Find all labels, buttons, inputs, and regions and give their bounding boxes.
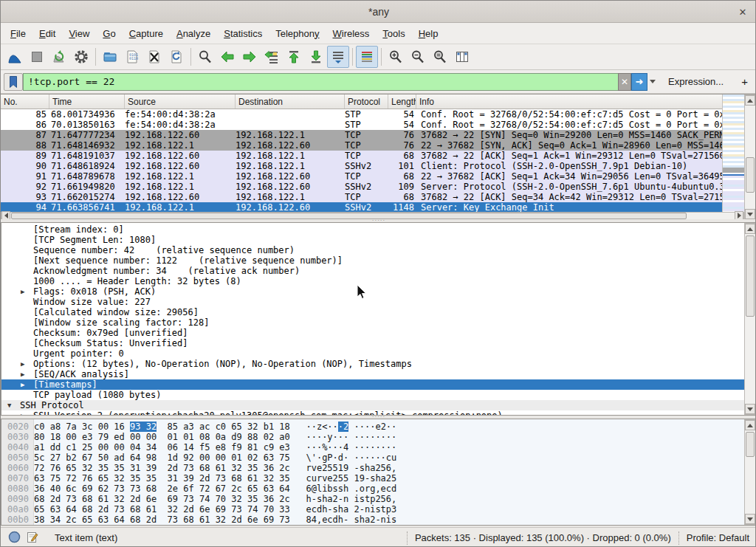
- menu-statistics[interactable]: Statistics: [217, 24, 269, 43]
- detail-line[interactable]: ▼SSH Protocol: [1, 400, 745, 410]
- zoom-in-button[interactable]: [385, 46, 407, 68]
- go-first-button[interactable]: [283, 46, 305, 68]
- expander-closed-icon[interactable]: ▶: [21, 369, 24, 379]
- capture-comment-button[interactable]: [27, 531, 38, 546]
- filter-apply-button[interactable]: ➜: [631, 73, 647, 91]
- hex-row[interactable]: 0020c0 a8 7a 3c 00 16 93 32 85 a3 ac c0 …: [1, 422, 745, 432]
- filter-history-dropdown[interactable]: [647, 73, 658, 91]
- profile-button[interactable]: Profile: Default: [687, 532, 749, 543]
- column-header-destination[interactable]: Destination: [236, 94, 345, 109]
- hex-row[interactable]: 00a065 63 64 68 2d 73 68 61 32 2d 6e 69 …: [1, 504, 745, 515]
- menu-analyze[interactable]: Analyze: [170, 24, 217, 43]
- detail-line[interactable]: [Window size scaling factor: 128]: [1, 317, 745, 328]
- column-header-source[interactable]: Source: [125, 94, 236, 109]
- expander-closed-icon[interactable]: ▶: [21, 379, 24, 390]
- add-filter-button[interactable]: +: [741, 75, 748, 88]
- packet-row[interactable]: 8771.647777234192.168.122.60192.168.122.…: [1, 130, 722, 140]
- scrollbar-thumb[interactable]: [746, 235, 755, 317]
- hex-row[interactable]: 009068 2d 73 68 61 32 2d 6e 69 73 74 70 …: [1, 494, 745, 504]
- expander-closed-icon[interactable]: ▶: [21, 410, 24, 416]
- menu-wireless[interactable]: Wireless: [326, 24, 377, 43]
- detail-line[interactable]: [Calculated window size: 29056]: [1, 307, 745, 317]
- close-icon[interactable]: ✕: [736, 5, 749, 18]
- menu-edit[interactable]: Edit: [32, 24, 62, 43]
- hex-row[interactable]: 003080 18 00 e3 79 ed 00 00 01 01 08 0a …: [1, 432, 745, 442]
- packet-row[interactable]: 9271.661949820192.168.122.1192.168.122.6…: [1, 182, 722, 192]
- reload-file-button[interactable]: [165, 46, 188, 68]
- close-file-button[interactable]: [143, 46, 165, 68]
- detail-line[interactable]: Checksum: 0x79ed [unverified]: [1, 328, 745, 338]
- go-to-packet-button[interactable]: [261, 46, 283, 68]
- detail-line[interactable]: Window size value: 227: [1, 297, 745, 307]
- scrollbar-thumb[interactable]: [746, 157, 755, 193]
- packet-row[interactable]: 9371.662015274192.168.122.60192.168.122.…: [1, 192, 722, 202]
- menu-tools[interactable]: Tools: [376, 24, 411, 43]
- display-filter-input[interactable]: !tcp.port == 22: [23, 73, 618, 91]
- colorize-toggle[interactable]: [356, 46, 378, 68]
- expander-closed-icon[interactable]: ▶: [21, 359, 24, 369]
- expander-closed-icon[interactable]: ▶: [21, 286, 24, 297]
- resize-columns-button[interactable]: [451, 46, 473, 68]
- go-back-button[interactable]: [216, 46, 238, 68]
- detail-line[interactable]: 1000 .... = Header Length: 32 bytes (8): [1, 276, 745, 286]
- save-file-button[interactable]: 01010110: [121, 46, 143, 68]
- column-header-protocol[interactable]: Protocol: [345, 94, 388, 109]
- auto-scroll-toggle[interactable]: [327, 46, 349, 68]
- find-packet-button[interactable]: [194, 46, 216, 68]
- detail-line[interactable]: ▶Options: (12 bytes), No-Operation (NOP)…: [1, 359, 745, 369]
- packet-row[interactable]: 8568.001734936fe:54:00:d4:38:2aSTP54Conf…: [1, 109, 722, 120]
- menu-go[interactable]: Go: [96, 24, 122, 43]
- restart-capture-button[interactable]: [48, 46, 70, 68]
- open-file-button[interactable]: [99, 46, 121, 68]
- hex-row[interactable]: 008036 40 6c 69 62 73 73 68 2e 6f 72 67 …: [1, 484, 745, 494]
- packet-row[interactable]: 9171.648789678192.168.122.1192.168.122.6…: [1, 171, 722, 182]
- packet-row[interactable]: 8971.648191037192.168.122.60192.168.122.…: [1, 151, 722, 161]
- menu-view[interactable]: View: [62, 24, 96, 43]
- scrollbar-thumb[interactable]: [11, 213, 687, 219]
- detail-line[interactable]: ▶Flags: 0x018 (PSH, ACK): [1, 286, 745, 297]
- scroll-down-button[interactable]: [745, 209, 755, 219]
- go-forward-button[interactable]: [238, 46, 261, 68]
- hex-row[interactable]: 007063 75 72 76 65 32 35 35 31 39 2d 73 …: [1, 473, 745, 484]
- detail-line[interactable]: Acknowledgment number: 34 (relative ack …: [1, 266, 745, 276]
- scroll-up-button[interactable]: [745, 95, 755, 106]
- hex-row[interactable]: 006072 76 65 32 35 35 31 39 2d 73 68 61 …: [1, 463, 745, 473]
- bytes-vscrollbar[interactable]: [744, 419, 756, 525]
- start-capture-button[interactable]: [4, 46, 26, 68]
- expander-open-icon[interactable]: ▼: [7, 400, 11, 410]
- detail-line[interactable]: [TCP Segment Len: 1080]: [1, 235, 745, 245]
- packet-row[interactable]: 8670.013850163fe:54:00:d4:38:2aSTP54Conf…: [1, 120, 722, 130]
- packet-minimap[interactable]: [722, 94, 744, 213]
- menu-telephony[interactable]: Telephony: [269, 24, 326, 43]
- column-header-info[interactable]: Info: [416, 94, 722, 109]
- zoom-100-button[interactable]: [429, 46, 451, 68]
- detail-line[interactable]: ▶[SEQ/ACK analysis]: [1, 369, 745, 379]
- packet-list-vscrollbar[interactable]: [744, 94, 756, 220]
- menu-help[interactable]: Help: [412, 24, 445, 43]
- scroll-up-button[interactable]: [745, 420, 755, 430]
- filter-clear-button[interactable]: ✕: [618, 73, 631, 91]
- detail-line[interactable]: Urgent pointer: 0: [1, 348, 745, 359]
- hex-row[interactable]: 00505c 27 b2 67 50 ad 64 98 1d 92 00 00 …: [1, 453, 745, 463]
- detail-line[interactable]: ▶[Timestamps]: [1, 379, 745, 390]
- packet-row[interactable]: 8871.648146932192.168.122.1192.168.122.6…: [1, 140, 722, 151]
- menu-file[interactable]: File: [4, 24, 32, 43]
- column-header-length[interactable]: Length: [388, 94, 416, 109]
- expression-button[interactable]: Expression...: [668, 76, 724, 87]
- go-last-button[interactable]: [305, 46, 327, 68]
- capture-options-button[interactable]: [70, 46, 92, 68]
- zoom-out-button[interactable]: [407, 46, 429, 68]
- detail-line[interactable]: [Checksum Status: Unverified]: [1, 338, 745, 348]
- column-header-no[interactable]: No.: [1, 94, 49, 109]
- filter-bookmark-button[interactable]: [4, 73, 23, 91]
- scrollbar-thumb[interactable]: [746, 432, 755, 457]
- stop-capture-button[interactable]: [26, 46, 48, 68]
- hex-row[interactable]: 00b038 34 2c 65 63 64 68 2d 73 68 61 32 …: [1, 515, 745, 525]
- menu-capture[interactable]: Capture: [123, 24, 170, 43]
- expert-info-button[interactable]: [8, 531, 21, 546]
- detail-line[interactable]: [Stream index: 0]: [1, 224, 745, 235]
- scroll-up-button[interactable]: [745, 224, 755, 234]
- detail-line[interactable]: TCP payload (1080 bytes): [1, 390, 745, 400]
- detail-line[interactable]: [Next sequence number: 1122 (relative se…: [1, 255, 745, 266]
- packet-row[interactable]: 9471.663856741192.168.122.1192.168.122.6…: [1, 202, 722, 213]
